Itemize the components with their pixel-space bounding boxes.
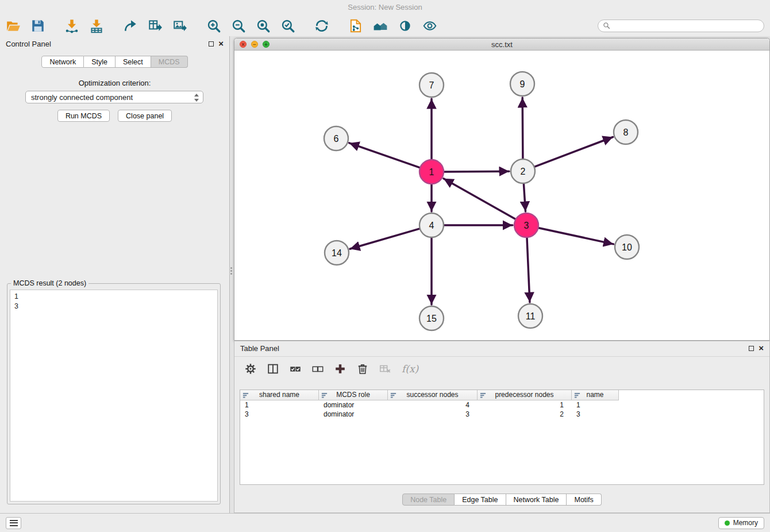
tab-select[interactable]: Select [116,56,151,68]
export-table-icon[interactable] [147,17,164,34]
cell-mcds-role[interactable]: dominator [319,400,388,410]
column-header-successor-nodes[interactable]: successor nodes [388,390,478,400]
search-field[interactable] [598,20,764,32]
refresh-view-icon[interactable] [313,17,330,34]
node-table: shared nameMCDS rolesuccessor nodesprede… [240,390,764,485]
show-hide-icon[interactable] [421,17,438,34]
status-bar: Memory [0,513,770,532]
float-panel-icon[interactable] [209,41,214,47]
node-11[interactable]: 11 [518,304,542,328]
node-15[interactable]: 15 [419,306,444,330]
edge-2-to-9[interactable] [522,98,523,159]
zoom-out-icon[interactable] [230,17,247,34]
home-networks-icon[interactable] [372,17,389,34]
column-settings-gear-icon[interactable] [242,361,259,377]
window-title: Session: New Session [348,3,422,11]
show-columns-icon[interactable] [265,361,281,377]
tab-edge-table[interactable]: Edge Table [455,494,506,506]
edge-2-to-8[interactable] [535,137,613,167]
mcds-result-list[interactable]: 13 [10,290,218,502]
edge-1-to-2[interactable] [444,171,509,172]
cell-successor-nodes[interactable]: 4 [388,400,478,410]
table-panel-title: Table Panel [240,344,279,353]
import-table-icon[interactable] [88,17,105,34]
column-header-label: MCDS role [336,391,370,399]
edge-3-to-11[interactable] [527,238,530,302]
edge-3-to-1[interactable] [444,179,515,219]
node-10[interactable]: 10 [615,235,639,259]
zoom-fit-icon[interactable] [255,17,272,34]
create-new-column-icon[interactable] [332,361,348,377]
import-network-icon[interactable] [63,17,80,34]
delete-columns-icon[interactable] [355,361,371,377]
tab-node-table[interactable]: Node Table [402,494,455,506]
sort-icon [480,392,486,398]
select-all-columns-icon[interactable] [287,361,303,377]
sort-icon [242,392,249,398]
run-mcds-button[interactable]: Run MCDS [57,110,110,122]
cell-predecessor-nodes[interactable]: 1 [478,400,572,410]
node-9[interactable]: 9 [510,72,534,96]
cell-name[interactable]: 1 [572,400,619,410]
network-window-titlebar[interactable]: scc.txt [234,38,769,51]
export-network-icon[interactable] [122,17,139,34]
column-header-label: name [586,391,603,399]
task-history-button[interactable] [6,517,21,529]
tab-style[interactable]: Style [84,56,116,68]
column-header-label: predecessor nodes [495,391,553,399]
cell-successor-nodes[interactable]: 3 [388,410,478,419]
node-14[interactable]: 14 [325,241,349,265]
graphics-details-icon[interactable] [396,17,414,34]
close-panel-button[interactable]: Close panel [118,110,172,122]
column-header-name[interactable]: name [572,390,619,400]
close-table-panel-icon[interactable] [759,345,764,351]
zoom-selected-icon[interactable] [279,17,297,34]
cell-mcds-role[interactable]: dominator [319,410,388,419]
tab-network-table[interactable]: Network Table [506,494,567,506]
window-zoom-icon[interactable] [263,41,270,48]
column-header-predecessor-nodes[interactable]: predecessor nodes [478,390,572,400]
cell-name[interactable]: 3 [572,410,619,419]
save-session-icon[interactable] [29,17,47,34]
node-4[interactable]: 4 [419,213,444,237]
node-label: 9 [520,79,525,89]
open-folder-icon[interactable] [5,17,22,34]
vertical-splitter-handle[interactable] [230,267,232,269]
node-1[interactable]: 1 [419,160,444,184]
node-3[interactable]: 3 [514,213,538,237]
node-label: 8 [623,128,629,137]
cell-shared-name[interactable]: 1 [240,400,319,410]
network-window-title: scc.txt [491,40,513,49]
node-2[interactable]: 2 [511,159,535,183]
network-view-window: scc.txt 7968124314101511 [234,38,770,341]
tab-network[interactable]: Network [41,56,84,68]
node-8[interactable]: 8 [614,120,638,144]
edge-3-to-10[interactable] [539,228,614,244]
cell-predecessor-nodes[interactable]: 2 [478,410,572,419]
window-close-icon[interactable] [240,41,247,48]
search-input[interactable] [613,22,759,30]
close-panel-icon[interactable] [218,41,224,47]
table-row[interactable]: 3dominator323 [240,410,764,419]
edge-2-to-3[interactable] [523,184,525,211]
window-minimize-icon[interactable] [251,41,258,48]
unselect-all-columns-icon[interactable] [310,361,326,377]
export-image-icon[interactable] [171,17,188,34]
edge-4-to-14[interactable] [350,229,419,249]
column-header-mcds-role[interactable]: MCDS role [319,390,388,400]
cell-shared-name[interactable]: 3 [240,410,319,419]
zoom-in-icon[interactable] [205,17,222,34]
tab-mcds[interactable]: MCDS [151,56,188,68]
node-6[interactable]: 6 [324,126,348,151]
optimization-criterion-select[interactable]: strongly connected component [25,91,203,103]
column-header-shared-name[interactable]: shared name [240,390,319,400]
node-7[interactable]: 7 [419,73,444,97]
tab-motifs[interactable]: Motifs [567,494,601,506]
network-document-icon[interactable] [347,17,364,34]
table-row[interactable]: 1dominator411 [240,400,764,410]
node-label: 7 [429,80,434,90]
edge-1-to-6[interactable] [349,143,420,168]
network-canvas[interactable]: 7968124314101511 [234,51,769,340]
memory-button[interactable]: Memory [718,517,764,529]
float-table-panel-icon[interactable] [749,346,754,351]
